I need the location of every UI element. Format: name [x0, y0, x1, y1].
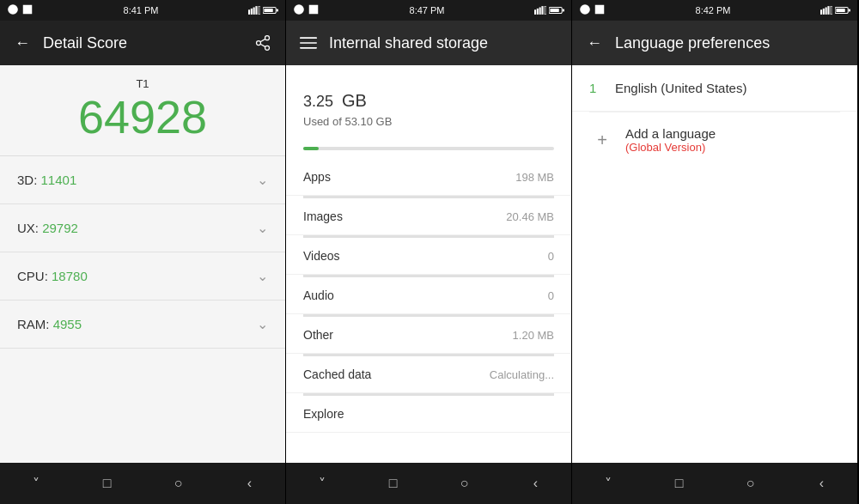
panel-storage: 8:47 PM Internal shared storage 3.25 GB … — [286, 0, 572, 504]
score-row-label-cpu: CPU: 18780 — [17, 269, 88, 283]
score-section: T1 64928 — [0, 65, 285, 156]
nav-recent-1[interactable]: □ — [90, 466, 125, 501]
chevron-icon-cpu: ⌄ — [257, 268, 268, 284]
svg-rect-16 — [309, 5, 319, 15]
nav-back-1[interactable]: ‹ — [233, 466, 267, 501]
svg-rect-17 — [534, 9, 536, 15]
storage-label-apps: Apps — [303, 170, 331, 184]
svg-point-11 — [257, 41, 261, 46]
svg-rect-25 — [300, 37, 317, 39]
nav-back-2[interactable]: ‹ — [519, 466, 553, 501]
status-icons-left — [7, 3, 34, 17]
storage-value-other: 1.20 MB — [513, 329, 554, 342]
bottom-nav-1: ˅ □ ○ ‹ — [0, 463, 285, 504]
svg-rect-21 — [545, 6, 546, 15]
score-row-ux[interactable]: UX: 29792 ⌄ — [0, 204, 285, 252]
score-row-ram[interactable]: RAM: 4955 ⌄ — [0, 301, 285, 349]
svg-rect-29 — [595, 5, 605, 15]
nav-back-3[interactable]: ‹ — [805, 466, 839, 501]
score-row-3d[interactable]: 3D: 11401 ⌄ — [0, 156, 285, 204]
language-number: 1 — [589, 81, 615, 95]
storage-row-cached[interactable]: Cached data Calculating... — [286, 356, 571, 393]
storage-row-images[interactable]: Images 20.46 MB — [286, 198, 571, 235]
nav-home-2[interactable]: ○ — [448, 466, 482, 501]
svg-rect-31 — [823, 9, 825, 15]
storage-label-videos: Videos — [303, 249, 340, 263]
plus-icon: + — [589, 131, 615, 150]
language-name: English (United States) — [615, 81, 746, 95]
status-bar-2: 8:47 PM — [286, 0, 571, 21]
score-row-label-3d: 3D: 11401 — [17, 173, 76, 187]
page-title-3: Language preferences — [615, 34, 847, 52]
nav-down-3[interactable]: ˅ — [591, 466, 625, 501]
svg-point-0 — [8, 4, 18, 15]
storage-row-videos[interactable]: Videos 0 — [286, 238, 571, 275]
bottom-nav-3: ˅ □ ○ ‹ — [572, 463, 857, 504]
top-bar-2: Internal shared storage — [286, 21, 571, 65]
svg-rect-24 — [563, 9, 564, 12]
back-button-1[interactable]: ← — [10, 31, 34, 55]
share-icon[interactable] — [251, 31, 275, 55]
nav-recent-2[interactable]: □ — [376, 466, 411, 501]
svg-rect-34 — [831, 6, 832, 15]
score-value: 64928 — [78, 94, 207, 140]
storage-value-videos: 0 — [548, 250, 554, 263]
storage-value-audio: 0 — [548, 289, 554, 302]
svg-rect-4 — [253, 8, 255, 15]
status-bar-1: 8:41 PM — [0, 0, 285, 21]
page-title-2: Internal shared storage — [329, 34, 561, 52]
back-button-3[interactable]: ← — [582, 31, 606, 55]
storage-value-apps: 198 MB — [515, 171, 554, 184]
svg-rect-30 — [820, 9, 822, 15]
page-title-1: Detail Score — [43, 34, 242, 52]
add-language-sublabel: (Global Version) — [625, 141, 716, 154]
nav-recent-3[interactable]: □ — [662, 466, 697, 501]
svg-point-12 — [265, 46, 270, 50]
device-label: T1 — [136, 77, 149, 90]
svg-rect-23 — [550, 9, 558, 12]
svg-rect-32 — [825, 8, 827, 15]
score-row-label-ux: UX: 29792 — [17, 221, 78, 235]
svg-rect-36 — [836, 9, 844, 12]
svg-rect-9 — [277, 9, 278, 12]
add-language-button[interactable]: + Add a language (Global Version) — [572, 112, 857, 167]
svg-rect-33 — [827, 6, 829, 15]
storage-header: 3.25 GB Used of 53.10 GB — [286, 65, 571, 138]
add-language-text: Add a language (Global Version) — [625, 126, 716, 154]
storage-row-other[interactable]: Other 1.20 MB — [286, 317, 571, 354]
nav-home-3[interactable]: ○ — [734, 466, 768, 501]
score-row-label-ram: RAM: 4955 — [17, 317, 82, 331]
status-bar-3: 8:42 PM — [572, 0, 857, 21]
status-time-2: 8:47 PM — [410, 5, 445, 15]
storage-row-explore[interactable]: Explore — [286, 396, 571, 433]
nav-down-2[interactable]: ˅ — [305, 466, 339, 501]
score-rows: 3D: 11401 ⌄ UX: 29792 ⌄ CPU: 18780 ⌄ RAM… — [0, 156, 285, 463]
storage-row-apps[interactable]: Apps 198 MB — [286, 159, 571, 196]
status-icons-right-3 — [820, 6, 850, 15]
score-row-cpu[interactable]: CPU: 18780 ⌄ — [0, 252, 285, 301]
svg-rect-6 — [259, 6, 260, 15]
svg-point-28 — [580, 4, 590, 15]
status-icons-left-3 — [579, 3, 606, 17]
storage-value-images: 20.46 MB — [506, 210, 554, 223]
nav-home-1[interactable]: ○ — [161, 466, 196, 501]
top-bar-3: ← Language preferences — [572, 21, 857, 65]
panel-detail-score: 8:41 PM ← Detail Score T1 64928 3D: 1140… — [0, 0, 286, 504]
svg-rect-19 — [539, 8, 541, 15]
svg-rect-37 — [849, 9, 850, 12]
storage-row-audio[interactable]: Audio 0 — [286, 277, 571, 314]
menu-icon[interactable] — [296, 31, 320, 55]
storage-gb-value: 3.25 GB — [303, 81, 554, 112]
status-time-3: 8:42 PM — [696, 5, 731, 15]
chevron-icon-3d: ⌄ — [257, 172, 268, 188]
svg-rect-2 — [248, 9, 250, 15]
svg-rect-18 — [537, 9, 539, 15]
status-icons-left-2 — [293, 3, 320, 17]
status-icons-right-1 — [248, 6, 278, 15]
nav-down-1[interactable]: ˅ — [19, 466, 53, 501]
svg-rect-1 — [23, 5, 33, 15]
panel-language: 8:42 PM ← Language preferences 1 English… — [572, 0, 858, 504]
language-item-english[interactable]: 1 English (United States) — [572, 65, 857, 112]
svg-rect-27 — [300, 47, 317, 49]
svg-point-10 — [265, 36, 270, 40]
